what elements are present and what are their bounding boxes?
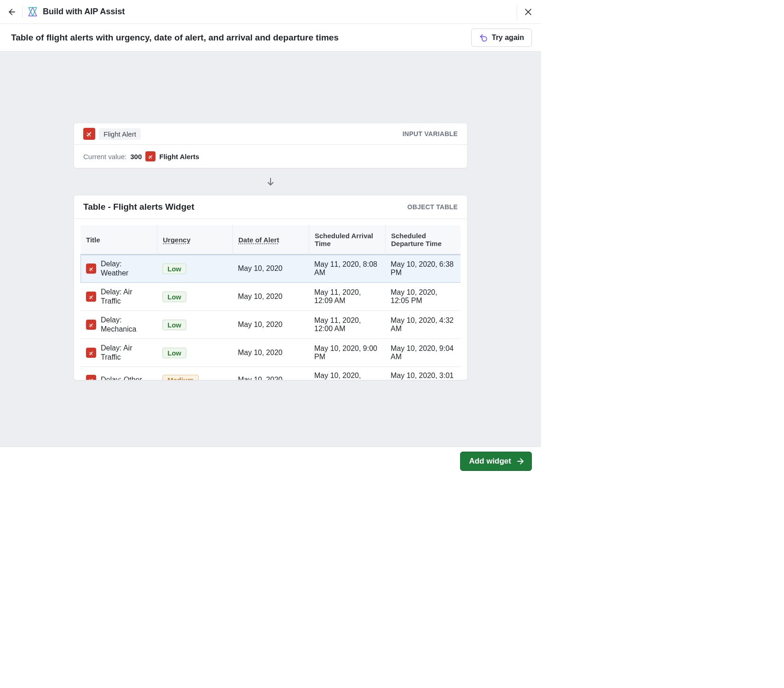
airplane-icon xyxy=(88,294,94,300)
cell-departure: May 10, 2020, 6:38 PM xyxy=(385,255,461,283)
column-header-arrival[interactable]: Scheduled Arrival Time xyxy=(309,225,385,255)
input-variable-body: Current value: 300 Flight Alerts xyxy=(74,145,467,168)
table-row[interactable]: Delay: WeatherLowMay 10, 2020May 11, 202… xyxy=(81,255,461,283)
input-variable-chip[interactable]: Flight Alert xyxy=(99,128,141,140)
airplane-icon xyxy=(86,130,93,138)
input-variable-header: Flight Alert INPUT VARIABLE xyxy=(74,123,467,145)
arrow-down-icon xyxy=(265,177,276,187)
cell-departure: May 10, 2020, 3:01 AM xyxy=(385,367,461,380)
undo-icon xyxy=(479,33,488,42)
cell-arrival: May 11, 2020, 12:00 AM xyxy=(309,311,385,339)
column-header-date[interactable]: Date of Alert xyxy=(232,225,309,255)
table-row[interactable]: Delay: Air TrafficLowMay 10, 2020May 10,… xyxy=(81,339,461,367)
header-divider xyxy=(22,6,23,18)
cell-departure: May 10, 2020, 12:05 PM xyxy=(385,283,461,311)
aip-logo-icon xyxy=(27,6,39,18)
cell-departure: May 10, 2020, 9:04 AM xyxy=(385,339,461,367)
column-header-urgency[interactable]: Urgency xyxy=(157,225,232,255)
row-type-icon xyxy=(86,320,96,330)
input-variable-section-label: INPUT VARIABLE xyxy=(403,130,458,138)
object-table-clip: TitleUrgencyDate of AlertScheduled Arriv… xyxy=(81,225,461,380)
object-table-body: Delay: WeatherLowMay 10, 2020May 11, 202… xyxy=(81,255,461,380)
arrow-right-icon xyxy=(516,457,525,466)
row-title: Delay: Air Traffic xyxy=(101,344,147,362)
flight-alert-icon-box xyxy=(83,128,95,140)
column-header-dep[interactable]: Scheduled Departure Time xyxy=(385,225,461,255)
current-value-count: 300 xyxy=(130,153,142,161)
object-table-section-label: OBJECT TABLE xyxy=(407,203,458,211)
add-widget-label: Add widget xyxy=(469,457,511,466)
airplane-icon xyxy=(148,154,154,160)
object-table-card: Table - Flight alerts Widget OBJECT TABL… xyxy=(74,195,467,380)
app-logo xyxy=(26,6,39,18)
urgency-badge: Medium xyxy=(162,375,199,380)
row-type-icon xyxy=(86,375,96,380)
cell-departure: May 10, 2020, 4:32 AM xyxy=(385,311,461,339)
object-table-header: Table - Flight alerts Widget OBJECT TABL… xyxy=(74,195,467,219)
query-bar: Table of flight alerts with urgency, dat… xyxy=(0,24,541,52)
object-table-head: TitleUrgencyDate of AlertScheduled Arriv… xyxy=(81,225,461,255)
row-title: Delay: Air Traffic xyxy=(101,287,147,306)
airplane-icon xyxy=(88,377,94,380)
back-button[interactable] xyxy=(5,5,19,19)
column-header-title[interactable]: Title xyxy=(81,225,157,255)
current-value-label: Current value: xyxy=(83,153,127,161)
flight-alerts-type-icon xyxy=(145,151,156,161)
airplane-icon xyxy=(88,266,94,272)
add-widget-button[interactable]: Add widget xyxy=(460,452,532,471)
footer: Add widget xyxy=(0,447,541,475)
object-table-wrap: TitleUrgencyDate of AlertScheduled Arriv… xyxy=(74,219,467,380)
header-divider-right xyxy=(517,4,517,20)
column-header-label: Scheduled Arrival Time xyxy=(315,232,373,247)
cell-date: May 10, 2020 xyxy=(232,283,309,311)
cell-date: May 10, 2020 xyxy=(232,339,309,367)
urgency-badge: Low xyxy=(162,320,186,330)
row-type-icon xyxy=(86,348,96,358)
column-header-label: Date of Alert xyxy=(238,236,279,244)
urgency-badge: Low xyxy=(162,348,186,358)
arrow-left-icon xyxy=(7,7,17,17)
row-type-icon xyxy=(86,292,96,302)
table-row[interactable]: Delay: OtherMediumMay 10, 2020May 10, 20… xyxy=(81,367,461,380)
row-title: Delay: Other xyxy=(101,375,142,380)
cell-date: May 10, 2020 xyxy=(232,255,309,283)
airplane-icon xyxy=(88,350,94,356)
cell-arrival: May 10, 2020, 9:00 PM xyxy=(309,339,385,367)
cell-date: May 10, 2020 xyxy=(232,311,309,339)
column-header-label: Title xyxy=(86,236,100,244)
input-variable-type-name: Flight Alerts xyxy=(159,153,199,161)
object-table: TitleUrgencyDate of AlertScheduled Arriv… xyxy=(81,225,461,380)
airplane-icon xyxy=(88,322,94,328)
object-table-title: Table - Flight alerts Widget xyxy=(83,202,194,212)
cell-arrival: May 10, 2020, 11:23 AM xyxy=(309,367,385,380)
table-row[interactable]: Delay: MechanicaLowMay 10, 2020May 11, 2… xyxy=(81,311,461,339)
urgency-badge: Low xyxy=(162,264,186,274)
close-icon xyxy=(524,7,533,17)
app-header: Build with AIP Assist xyxy=(0,0,541,24)
input-variable-card: Flight Alert INPUT VARIABLE Current valu… xyxy=(74,123,467,168)
query-text: Table of flight alerts with urgency, dat… xyxy=(11,33,471,43)
close-button[interactable] xyxy=(521,5,536,19)
row-type-icon xyxy=(86,264,96,274)
row-title: Delay: Mechanica xyxy=(101,315,147,334)
table-row[interactable]: Delay: Air TrafficLowMay 10, 2020May 11,… xyxy=(81,283,461,311)
column-header-label: Urgency xyxy=(163,236,190,244)
app-title: Build with AIP Assist xyxy=(43,7,125,17)
cell-date: May 10, 2020 xyxy=(232,367,309,380)
try-again-button[interactable]: Try again xyxy=(471,29,532,47)
try-again-label: Try again xyxy=(492,34,524,42)
cell-arrival: May 11, 2020, 8:08 AM xyxy=(309,255,385,283)
flow-arrow xyxy=(265,177,276,187)
canvas: Flight Alert INPUT VARIABLE Current valu… xyxy=(0,52,541,447)
cell-arrival: May 11, 2020, 12:09 AM xyxy=(309,283,385,311)
column-header-label: Scheduled Departure Time xyxy=(391,232,442,247)
row-title: Delay: Weather xyxy=(101,259,147,278)
urgency-badge: Low xyxy=(162,292,186,302)
